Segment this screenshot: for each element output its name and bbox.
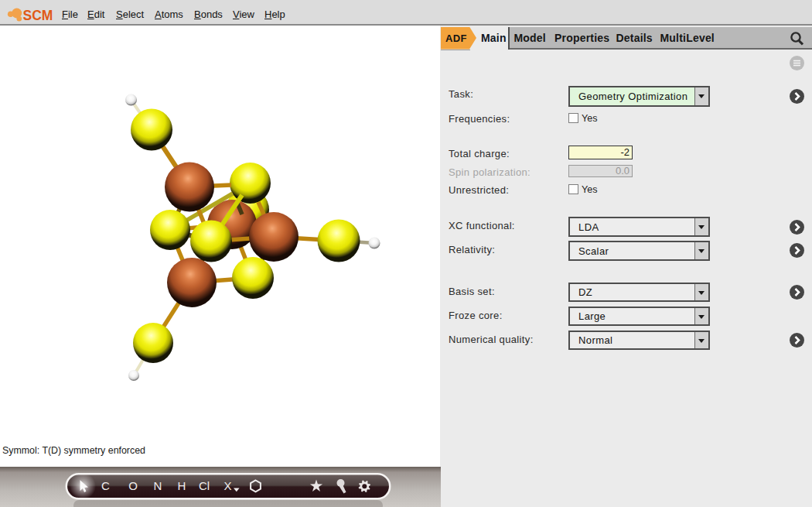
- svg-text:X: X: [223, 479, 231, 492]
- svg-text:SCM: SCM: [23, 8, 53, 23]
- svg-text:Cl: Cl: [199, 479, 210, 492]
- svg-text:C: C: [101, 479, 110, 492]
- svg-text:N: N: [154, 479, 162, 492]
- svg-text:H: H: [178, 479, 186, 492]
- svg-text:O: O: [128, 479, 138, 492]
